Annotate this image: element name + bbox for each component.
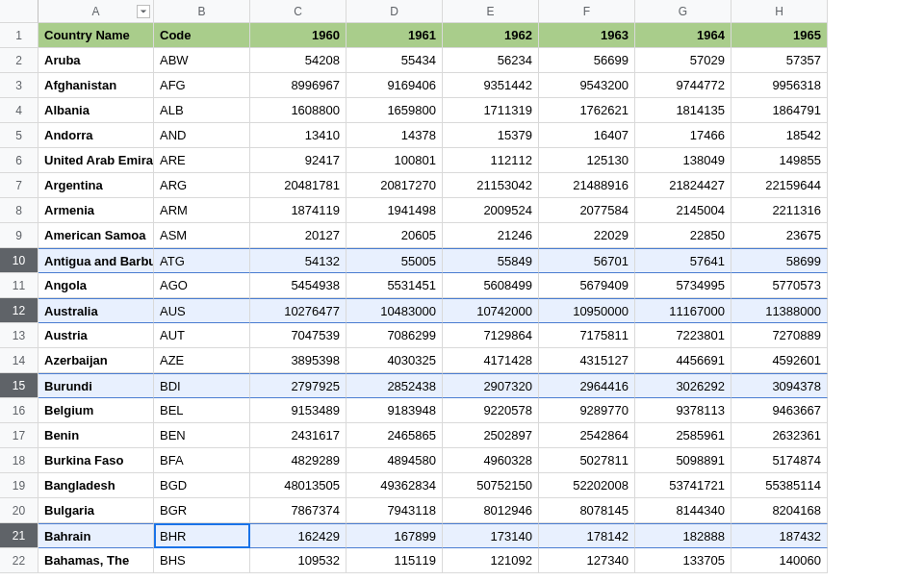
cell-value[interactable]: 178142: [539, 523, 635, 548]
cell-value[interactable]: 2465865: [346, 423, 443, 448]
cell-value[interactable]: 9351442: [443, 73, 539, 98]
row-header-9[interactable]: 9: [0, 223, 38, 248]
row-header-16[interactable]: 16: [0, 398, 38, 423]
cell-country-name[interactable]: Argentina: [38, 173, 154, 198]
column-header-C[interactable]: C: [250, 0, 346, 23]
cell-value[interactable]: 4592601: [732, 348, 828, 373]
cell-value[interactable]: 5027811: [539, 448, 635, 473]
cell-value[interactable]: 9183948: [346, 398, 443, 423]
header-cell[interactable]: 1960: [250, 23, 346, 48]
cell-country-code[interactable]: BGD: [154, 473, 250, 498]
cell-country-code[interactable]: ARM: [154, 198, 250, 223]
column-header-H[interactable]: H: [732, 0, 828, 23]
cell-value[interactable]: 162429: [250, 523, 346, 548]
cell-country-name[interactable]: Albania: [38, 98, 154, 123]
cell-country-code[interactable]: AFG: [154, 73, 250, 98]
row-header-1[interactable]: 1: [0, 23, 38, 48]
cell-value[interactable]: 22850: [635, 223, 732, 248]
cell-value[interactable]: 7943118: [346, 498, 443, 523]
row-header-5[interactable]: 5: [0, 123, 38, 148]
cell-value[interactable]: 5098891: [635, 448, 732, 473]
cell-value[interactable]: 2585961: [635, 423, 732, 448]
cell-value[interactable]: 5770573: [732, 273, 828, 298]
column-header-E[interactable]: E: [443, 0, 539, 23]
cell-value[interactable]: 20481781: [250, 173, 346, 198]
cell-value[interactable]: 57029: [635, 48, 732, 73]
header-cell[interactable]: Code: [154, 23, 250, 48]
cell-value[interactable]: 9463667: [732, 398, 828, 423]
cell-value[interactable]: 49362834: [346, 473, 443, 498]
cell-value[interactable]: 4030325: [346, 348, 443, 373]
cell-value[interactable]: 2632361: [732, 423, 828, 448]
column-header-B[interactable]: B: [154, 0, 250, 23]
cell-value[interactable]: 8996967: [250, 73, 346, 98]
cell-country-code[interactable]: ALB: [154, 98, 250, 123]
cell-value[interactable]: 173140: [443, 523, 539, 548]
cell-value[interactable]: 21824427: [635, 173, 732, 198]
cell-country-code[interactable]: ATG: [154, 248, 250, 273]
cell-country-code[interactable]: ARG: [154, 173, 250, 198]
cell-country-code[interactable]: BDI: [154, 373, 250, 398]
cell-country-name[interactable]: Bulgaria: [38, 498, 154, 523]
cell-value[interactable]: 7223801: [635, 323, 732, 348]
header-cell[interactable]: 1965: [732, 23, 828, 48]
cell-country-code[interactable]: BHS: [154, 548, 250, 573]
cell-country-name[interactable]: Aruba: [38, 48, 154, 73]
cell-value[interactable]: 10276477: [250, 298, 346, 323]
row-header-13[interactable]: 13: [0, 323, 38, 348]
cell-value[interactable]: 1874119: [250, 198, 346, 223]
cell-country-name[interactable]: Bahamas, The: [38, 548, 154, 573]
header-cell[interactable]: 1962: [443, 23, 539, 48]
cell-value[interactable]: 20817270: [346, 173, 443, 198]
cell-value[interactable]: 8012946: [443, 498, 539, 523]
cell-value[interactable]: 9956318: [732, 73, 828, 98]
cell-value[interactable]: 10950000: [539, 298, 635, 323]
cell-value[interactable]: 115119: [346, 548, 443, 573]
cell-country-name[interactable]: Benin: [38, 423, 154, 448]
row-header-21[interactable]: 21: [0, 523, 38, 548]
cell-value[interactable]: 1659800: [346, 98, 443, 123]
cell-value[interactable]: 2964416: [539, 373, 635, 398]
cell-value[interactable]: 7086299: [346, 323, 443, 348]
cell-value[interactable]: 56699: [539, 48, 635, 73]
cell-value[interactable]: 58699: [732, 248, 828, 273]
cell-value[interactable]: 20127: [250, 223, 346, 248]
cell-value[interactable]: 2431617: [250, 423, 346, 448]
cell-country-name[interactable]: Angola: [38, 273, 154, 298]
cell-value[interactable]: 1864791: [732, 98, 828, 123]
cell-country-name[interactable]: Antigua and Barbuda: [38, 248, 154, 273]
cell-value[interactable]: 5608499: [443, 273, 539, 298]
cell-country-code[interactable]: ARE: [154, 148, 250, 173]
cell-value[interactable]: 5454938: [250, 273, 346, 298]
cell-value[interactable]: 3094378: [732, 373, 828, 398]
cell-value[interactable]: 55849: [443, 248, 539, 273]
cell-value[interactable]: 17466: [635, 123, 732, 148]
cell-value[interactable]: 21246: [443, 223, 539, 248]
cell-value[interactable]: 53741721: [635, 473, 732, 498]
cell-value[interactable]: 22159644: [732, 173, 828, 198]
cell-country-code[interactable]: BEL: [154, 398, 250, 423]
column-header-D[interactable]: D: [346, 0, 443, 23]
cell-value[interactable]: 55005: [346, 248, 443, 273]
cell-value[interactable]: 4315127: [539, 348, 635, 373]
cell-value[interactable]: 3026292: [635, 373, 732, 398]
cell-value[interactable]: 100801: [346, 148, 443, 173]
cell-value[interactable]: 50752150: [443, 473, 539, 498]
cell-value[interactable]: 9378113: [635, 398, 732, 423]
cell-country-code[interactable]: ASM: [154, 223, 250, 248]
cell-value[interactable]: 2797925: [250, 373, 346, 398]
cell-country-name[interactable]: Azerbaijan: [38, 348, 154, 373]
cell-value[interactable]: 11167000: [635, 298, 732, 323]
row-header-8[interactable]: 8: [0, 198, 38, 223]
row-header-17[interactable]: 17: [0, 423, 38, 448]
cell-value[interactable]: 9169406: [346, 73, 443, 98]
cell-value[interactable]: 7867374: [250, 498, 346, 523]
cell-value[interactable]: 21488916: [539, 173, 635, 198]
cell-value[interactable]: 2145004: [635, 198, 732, 223]
cell-value[interactable]: 16407: [539, 123, 635, 148]
cell-value[interactable]: 2852438: [346, 373, 443, 398]
cell-value[interactable]: 4894580: [346, 448, 443, 473]
cell-value[interactable]: 7175811: [539, 323, 635, 348]
cell-value[interactable]: 1762621: [539, 98, 635, 123]
cell-value[interactable]: 182888: [635, 523, 732, 548]
